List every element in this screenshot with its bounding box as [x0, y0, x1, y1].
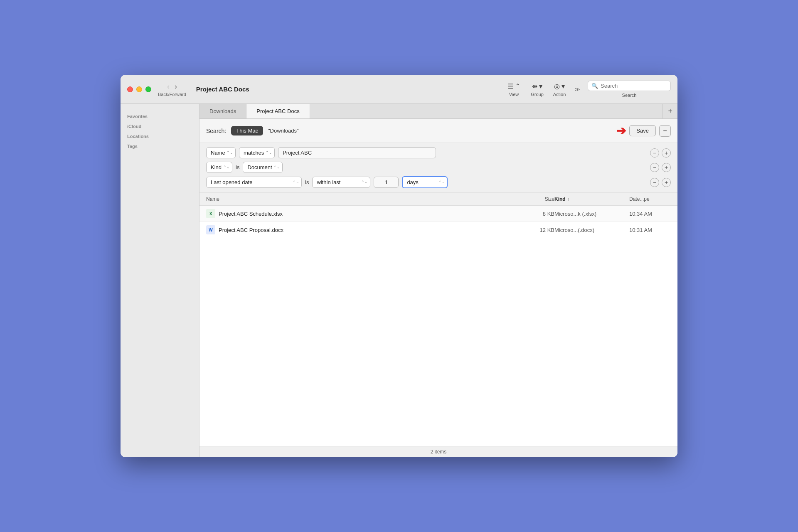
filter2-value-wrapper: Document [243, 162, 283, 173]
status-bar: 2 items [200, 446, 677, 457]
add-tab-button[interactable]: + [663, 104, 677, 118]
content-area: Favorites iCloud Locations Tags Download… [121, 104, 677, 457]
column-kind-header[interactable]: Kind ↑ [554, 196, 629, 202]
minimize-button[interactable] [136, 86, 142, 92]
search-prefix-label: Search: [206, 128, 226, 134]
filter1-operator-select[interactable]: matches [239, 147, 275, 158]
filter2-criterion-select[interactable]: Kind [206, 162, 232, 173]
title-bar: ‹ › Back/Forward Project ABC Docs ☰ ⌃ Vi… [121, 75, 677, 104]
group-icon: ⇼ [532, 82, 537, 90]
file-list-area: Name Size Kind ↑ Date...pe X Project ABC… [200, 193, 677, 446]
column-name-header[interactable]: Name [206, 196, 521, 202]
traffic-lights [127, 86, 151, 92]
filter2-controls: − + [650, 163, 671, 172]
save-button[interactable]: Save [629, 125, 656, 136]
docx-icon: W [206, 225, 215, 234]
filter3-is-label: is [305, 179, 309, 185]
filter1-value-input[interactable] [278, 147, 436, 158]
filter3-criterion-select[interactable]: Last opened date [206, 177, 302, 188]
close-button[interactable] [127, 86, 133, 92]
file2-kind: Microso...(.docx) [554, 227, 629, 233]
tabs-bar: Downloads Project ABC Docs + [200, 104, 677, 119]
tab-project-abc-docs[interactable]: Project ABC Docs [246, 104, 310, 118]
filter1-remove-button[interactable]: − [650, 148, 659, 158]
file1-kind: Microso...k (.xlsx) [554, 211, 629, 217]
action-label: Action [553, 92, 566, 97]
file2-date: 10:31 AM [629, 227, 671, 233]
column-size-header[interactable]: Size [521, 196, 554, 202]
remove-search-button[interactable]: − [659, 125, 671, 137]
group-group[interactable]: ⇼ ▾ Group [530, 81, 545, 97]
forward-button[interactable]: › [173, 82, 179, 91]
sidebar-section-favorites: Favorites [121, 111, 199, 121]
filter-row-2: Kind is Document − + [206, 162, 671, 173]
downloads-scope-label[interactable]: "Downloads" [268, 128, 299, 134]
search-box: 🔍 Search [588, 81, 671, 98]
file2-name: Project ABC Proposal.docx [219, 227, 521, 233]
group-button[interactable]: ⇼ ▾ [530, 81, 545, 91]
maximize-button[interactable] [145, 86, 151, 92]
sort-arrow-icon: ↑ [567, 197, 569, 202]
sidebar-section-icloud: iCloud [121, 121, 199, 131]
filter3-add-button[interactable]: + [662, 178, 671, 187]
filter3-controls: − + [650, 178, 671, 187]
status-text: 2 items [431, 449, 447, 455]
main-panel: Downloads Project ABC Docs + Search: Thi… [200, 104, 677, 457]
filter1-controls: − + [650, 148, 671, 158]
action-button[interactable]: ◎ ▾ [552, 81, 567, 91]
toolbar-expand-button[interactable]: ≫ [574, 86, 581, 93]
filter3-operator-wrapper: within last [312, 177, 370, 188]
filter-row-3: Last opened date is within last days [206, 176, 671, 188]
sidebar: Favorites iCloud Locations Tags [121, 104, 200, 457]
tab-downloads[interactable]: Downloads [200, 104, 246, 118]
filter2-add-button[interactable]: + [662, 163, 671, 172]
filter1-criterion-select[interactable]: Name [206, 147, 236, 158]
action-icon: ◎ [554, 82, 560, 90]
file1-size: 8 KB [521, 211, 554, 217]
search-actions: ➔ Save − [616, 124, 671, 138]
window-title: Project ABC Docs [196, 86, 249, 93]
view-chevron-icon: ⌃ [515, 82, 520, 90]
file-list-header: Name Size Kind ↑ Date...pe [200, 193, 677, 206]
filter1-operator-wrapper: matches [239, 147, 275, 158]
filter1-criterion-wrapper: Name [206, 147, 236, 158]
filter3-operator-select[interactable]: within last [312, 177, 370, 188]
filter2-value-select[interactable]: Document [243, 162, 283, 173]
filter2-is-label: is [236, 164, 239, 170]
filter1-add-button[interactable]: + [662, 148, 671, 158]
filter3-criterion-wrapper: Last opened date [206, 177, 302, 188]
arrow-indicator: ➔ [616, 124, 626, 138]
column-date-header[interactable]: Date...pe [629, 196, 671, 202]
group-label: Group [531, 92, 544, 97]
back-forward-label: Back/Forward [158, 92, 186, 97]
search-icon: 🔍 [591, 83, 598, 89]
search-bar-area: Search: This Mac "Downloads" ➔ Save − [200, 119, 677, 143]
sidebar-section-tags: Tags [121, 140, 199, 150]
filter3-unit-wrapper: days [402, 176, 448, 188]
file1-name: Project ABC Schedule.xlsx [219, 211, 521, 217]
filter3-unit-select[interactable]: days [402, 176, 448, 188]
action-group[interactable]: ◎ ▾ Action [552, 81, 567, 97]
search-input[interactable] [601, 83, 667, 89]
finder-window: ‹ › Back/Forward Project ABC Docs ☰ ⌃ Vi… [121, 75, 677, 457]
view-icon: ☰ [507, 82, 513, 90]
filter2-remove-button[interactable]: − [650, 163, 659, 172]
filter3-remove-button[interactable]: − [650, 178, 659, 187]
file1-date: 10:34 AM [629, 211, 671, 217]
file2-size: 12 KB [521, 227, 554, 233]
search-label: Search [622, 93, 637, 98]
group-chevron-icon: ▾ [539, 82, 542, 90]
back-button[interactable]: ‹ [165, 82, 171, 91]
filter-area: Name matches − + [200, 143, 677, 193]
file-row-2[interactable]: W Project ABC Proposal.docx 12 KB Micros… [200, 222, 677, 238]
filter2-criterion-wrapper: Kind [206, 162, 232, 173]
this-mac-scope-button[interactable]: This Mac [231, 126, 263, 135]
sidebar-section-locations: Locations [121, 131, 199, 140]
view-button[interactable]: ☰ ⌃ [505, 81, 523, 91]
file-row-1[interactable]: X Project ABC Schedule.xlsx 8 KB Microso… [200, 206, 677, 222]
view-label: View [509, 92, 519, 97]
filter3-number-input[interactable] [374, 177, 399, 188]
view-group[interactable]: ☰ ⌃ View [505, 81, 523, 97]
filter-row-1: Name matches − + [206, 147, 671, 158]
action-chevron-icon: ▾ [562, 82, 565, 90]
